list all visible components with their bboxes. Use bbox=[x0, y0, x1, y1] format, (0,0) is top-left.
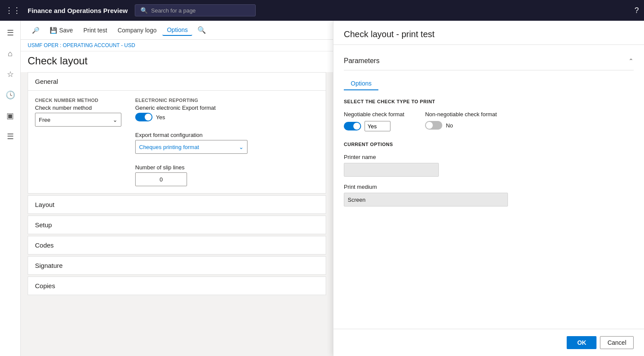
signature-section-label: Signature bbox=[35, 262, 63, 269]
sidebar-modules-icon[interactable]: ☰ bbox=[2, 128, 19, 145]
layout-section-header[interactable]: Layout bbox=[28, 196, 326, 213]
general-form-columns: CHECK NUMBER METHOD Check number method … bbox=[35, 98, 319, 186]
copies-section-label: Copies bbox=[35, 282, 55, 289]
ok-button[interactable]: OK bbox=[567, 336, 596, 349]
params-chevron-icon: ⌃ bbox=[628, 57, 634, 64]
search-icon: 🔍 bbox=[140, 7, 148, 14]
negotiable-label: Negotiable check format bbox=[344, 111, 404, 118]
negotiable-toggle-row bbox=[344, 121, 404, 131]
filter-button[interactable]: 🔎 bbox=[28, 25, 44, 35]
general-section: General CHECK NUMBER METHOD Check number… bbox=[28, 72, 326, 194]
check-type-row: Negotiable check format Non-negotiable c… bbox=[344, 111, 634, 131]
toolbar-search-icon[interactable]: 🔍 bbox=[197, 26, 206, 34]
electronic-reporting-label: ELECTRONIC REPORTING bbox=[135, 98, 247, 103]
codes-section-header[interactable]: Codes bbox=[28, 236, 326, 254]
non-negotiable-toggle-knob bbox=[426, 122, 433, 129]
options-label: Options bbox=[167, 26, 187, 33]
print-medium-value: Screen bbox=[344, 193, 508, 207]
non-negotiable-toggle-row: No bbox=[425, 121, 497, 130]
codes-section-label: Codes bbox=[35, 242, 54, 249]
print-medium-text: Screen bbox=[348, 197, 365, 203]
export-format-select[interactable]: Cheques printing format ⌄ bbox=[135, 140, 247, 154]
generic-export-label: Generic electronic Export format bbox=[135, 105, 247, 111]
sidebar-recent-icon[interactable]: 🕓 bbox=[2, 86, 19, 104]
check-number-column: CHECK NUMBER METHOD Check number method … bbox=[35, 98, 121, 186]
params-header[interactable]: Parameters ⌃ bbox=[344, 52, 634, 70]
panel-footer: OK Cancel bbox=[333, 329, 644, 356]
negotiable-value-input[interactable] bbox=[365, 121, 390, 131]
params-title: Parameters bbox=[344, 57, 380, 65]
search-box[interactable]: 🔍 Search for a page bbox=[135, 4, 256, 16]
codes-section: Codes bbox=[28, 236, 326, 254]
export-format-arrow-icon: ⌄ bbox=[239, 144, 244, 150]
generic-export-toggle[interactable] bbox=[135, 113, 152, 121]
app-title: Finance and Operations Preview bbox=[28, 7, 128, 14]
print-test-label: Print test bbox=[83, 27, 107, 34]
dropdown-arrow-icon: ⌄ bbox=[113, 117, 117, 123]
sidebar-workspaces-icon[interactable]: ▣ bbox=[2, 107, 19, 124]
layout-section-label: Layout bbox=[35, 201, 54, 208]
electronic-reporting-group: ELECTRONIC REPORTING Generic electronic … bbox=[135, 98, 247, 121]
setup-section-header[interactable]: Setup bbox=[28, 216, 326, 234]
options-tab-label: Options bbox=[351, 80, 371, 87]
filter-icon: 🔎 bbox=[32, 27, 39, 34]
panel-title: Check layout - print test bbox=[344, 29, 634, 39]
printer-name-field: Printer name bbox=[344, 154, 634, 177]
setup-section: Setup bbox=[28, 216, 326, 234]
slip-lines-label: Number of slip lines bbox=[135, 164, 247, 171]
general-section-header[interactable]: General bbox=[28, 73, 326, 90]
signature-section-header[interactable]: Signature bbox=[28, 257, 326, 274]
page-title: Check layout bbox=[28, 55, 326, 67]
signature-section: Signature bbox=[28, 256, 326, 275]
top-bar: ⋮⋮ Finance and Operations Preview 🔍 Sear… bbox=[0, 0, 644, 21]
page-content: 🔎 💾 Save Print test Company logo Options… bbox=[21, 21, 333, 356]
search-placeholder: Search for a page bbox=[151, 7, 196, 14]
general-section-body: CHECK NUMBER METHOD Check number method … bbox=[28, 90, 326, 193]
select-check-type-title: SELECT THE CHECK TYPE TO PRINT bbox=[344, 99, 634, 104]
negotiable-toggle-knob bbox=[353, 123, 360, 130]
save-button[interactable]: 💾 Save bbox=[45, 25, 77, 35]
current-options-title: CURRENT OPTIONS bbox=[344, 142, 634, 147]
non-negotiable-toggle[interactable] bbox=[425, 121, 442, 130]
copies-section-header[interactable]: Copies bbox=[28, 277, 326, 295]
breadcrumb: USMF OPER : OPERATING ACCOUNT - USD bbox=[21, 40, 333, 51]
export-format-config-label: Export format configuration bbox=[135, 132, 247, 138]
breadcrumb-text: USMF OPER : OPERATING ACCOUNT - USD bbox=[28, 42, 135, 48]
generic-export-toggle-label: Yes bbox=[156, 114, 165, 121]
print-medium-label: Print medium bbox=[344, 184, 634, 190]
layout-section: Layout bbox=[28, 195, 326, 214]
slip-lines-input[interactable] bbox=[135, 172, 187, 186]
sidebar-home-icon[interactable]: ⌂ bbox=[2, 45, 19, 62]
save-icon: 💾 bbox=[50, 27, 57, 34]
export-format-group: Export format configuration Cheques prin… bbox=[135, 132, 247, 154]
sidebar-favorites-icon[interactable]: ☆ bbox=[2, 66, 19, 83]
main-area: ☰ ⌂ ☆ 🕓 ▣ ☰ 🔎 💾 Save Print test Company … bbox=[0, 21, 644, 356]
negotiable-toggle[interactable] bbox=[344, 122, 361, 130]
options-button[interactable]: Options bbox=[162, 25, 192, 36]
panel-body: Parameters ⌃ Options SELECT THE CHECK TY… bbox=[333, 45, 644, 329]
sidebar: ☰ ⌂ ☆ 🕓 ▣ ☰ bbox=[0, 21, 21, 356]
sidebar-menu-icon[interactable]: ☰ bbox=[2, 24, 19, 41]
print-medium-field: Print medium Screen bbox=[344, 184, 634, 207]
copies-section: Copies bbox=[28, 277, 326, 295]
printer-name-value bbox=[344, 163, 439, 177]
non-negotiable-label: Non-negotiable check format bbox=[425, 111, 497, 118]
cancel-button[interactable]: Cancel bbox=[600, 336, 634, 349]
toolbar: 🔎 💾 Save Print test Company logo Options… bbox=[21, 21, 333, 40]
slip-lines-group: Number of slip lines bbox=[135, 164, 247, 186]
company-logo-label: Company logo bbox=[117, 27, 156, 34]
toggle-knob bbox=[145, 114, 152, 121]
printer-name-label: Printer name bbox=[344, 154, 634, 160]
export-format-value: Cheques printing format bbox=[139, 144, 199, 150]
check-number-select[interactable]: Free ⌄ bbox=[35, 113, 121, 127]
form-area[interactable]: General CHECK NUMBER METHOD Check number… bbox=[21, 72, 333, 356]
help-icon[interactable]: ? bbox=[634, 6, 639, 15]
grid-icon[interactable]: ⋮⋮ bbox=[5, 6, 21, 15]
check-number-field-label: Check number method bbox=[35, 105, 121, 111]
options-tab[interactable]: Options bbox=[344, 77, 378, 90]
setup-section-label: Setup bbox=[35, 221, 52, 229]
company-logo-button[interactable]: Company logo bbox=[113, 25, 161, 35]
print-test-button[interactable]: Print test bbox=[79, 25, 111, 35]
check-number-method-label: CHECK NUMBER METHOD bbox=[35, 98, 121, 103]
non-negotiable-col: Non-negotiable check format No bbox=[425, 111, 497, 131]
